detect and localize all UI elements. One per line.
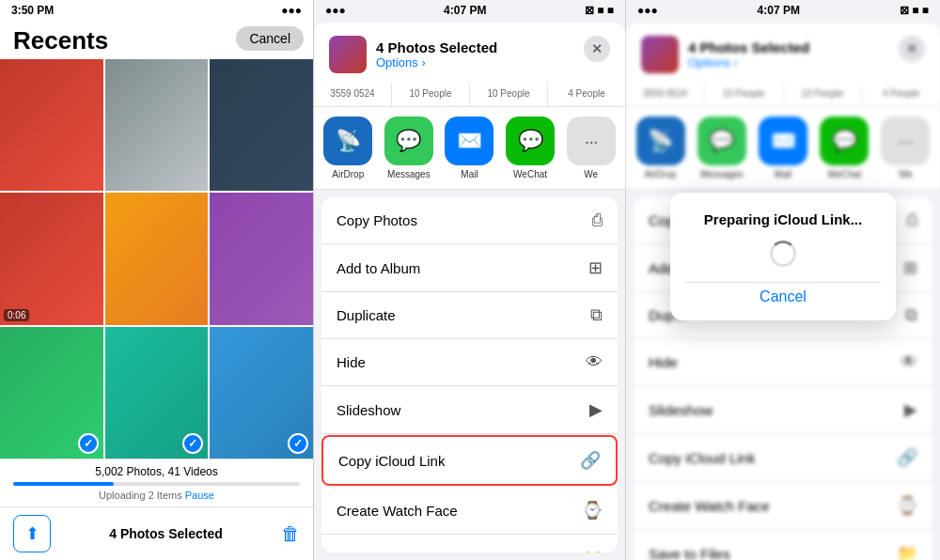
- sheet-options-link[interactable]: Options ›: [376, 55, 497, 70]
- status-time-1: 3:50 PM: [11, 4, 54, 17]
- photo-cell-4[interactable]: 0:06: [0, 193, 103, 324]
- copy-photos-action[interactable]: Copy Photos ⎙: [321, 197, 618, 244]
- contact-3-1: 3559 0524: [626, 83, 705, 106]
- slideshow-action-3: Slideshow ▶: [634, 386, 932, 434]
- add-to-album-label: Add to Album: [337, 260, 420, 276]
- share-icon: ⬆: [25, 523, 39, 544]
- cancel-button[interactable]: Cancel: [236, 26, 304, 51]
- copy-icloud-link-icon: 🔗: [580, 450, 601, 471]
- photo-cell-9[interactable]: [210, 327, 313, 459]
- preparing-icloud-popup: Preparing iCloud Link... Cancel: [670, 193, 896, 320]
- photo-cell-5[interactable]: [105, 193, 209, 324]
- sheet-options-link-3: Options ›: [688, 55, 809, 70]
- airdrop-icon-item[interactable]: 📡 AirDrop: [318, 117, 379, 179]
- create-watch-face-action[interactable]: Create Watch Face ⌚: [321, 487, 618, 535]
- more-icon-item-3: ··· We: [875, 117, 936, 179]
- slideshow-label: Slideshow: [337, 402, 400, 418]
- duplicate-action[interactable]: Duplicate ⧉: [321, 292, 618, 339]
- save-to-files-label-3: Save to Files: [649, 546, 730, 561]
- messages-icon: 💬: [384, 117, 433, 165]
- app-icons-row: 📡 AirDrop 💬 Messages ✉️ Mail 💬 WeChat ··…: [314, 107, 625, 190]
- copy-icloud-link-label: Copy iCloud Link: [338, 453, 445, 469]
- photo-cell-1[interactable]: [0, 59, 103, 191]
- messages-icon-item-3: 💬 Messages: [691, 117, 752, 179]
- photos-footer: 5,002 Photos, 41 Videos Uploading 2 Item…: [0, 459, 313, 506]
- create-watch-face-action-3: Create Watch Face ⌚: [634, 482, 932, 530]
- copy-icloud-link-action[interactable]: Copy iCloud Link 🔗: [321, 435, 618, 486]
- battery-icons-3: ⊠ ■ ■: [900, 4, 929, 17]
- popup-overlay: Preparing iCloud Link... Cancel: [626, 0, 940, 560]
- copy-icloud-link-label-3: Copy iCloud Link: [649, 450, 755, 466]
- contact-1[interactable]: 3559 0524: [314, 83, 392, 106]
- airdrop-label: AirDrop: [332, 169, 364, 179]
- copy-icloud-link-action-3: Copy iCloud Link 🔗: [634, 434, 932, 482]
- create-watch-face-label: Create Watch Face: [337, 503, 458, 519]
- upload-info: 5,002 Photos, 41 Videos: [13, 465, 300, 478]
- sheet-title-group-3: 4 Photos Selected Options ›: [641, 36, 809, 73]
- slideshow-action[interactable]: Slideshow ▶: [321, 386, 618, 434]
- slideshow-icon: ▶: [589, 399, 603, 420]
- wechat-label: WeChat: [513, 169, 547, 179]
- share-sheet-header: 4 Photos Selected Options › ✕: [314, 23, 625, 83]
- photo-cell-2[interactable]: [105, 59, 209, 191]
- pause-link[interactable]: Pause: [185, 490, 214, 501]
- contact-3-3: 10 People: [784, 83, 863, 106]
- messages-label: Messages: [387, 169, 431, 179]
- close-button-3: ✕: [899, 36, 925, 62]
- actions-list: Copy Photos ⎙ Add to Album ⊞ Duplicate ⧉…: [321, 197, 618, 552]
- mail-icon-3: ✉️: [759, 117, 807, 165]
- more-icon-item[interactable]: ··· We: [560, 117, 621, 179]
- photo-cell-6[interactable]: [210, 193, 313, 324]
- contact-2[interactable]: 10 People: [392, 83, 470, 106]
- contact-4[interactable]: 4 People: [548, 83, 625, 106]
- selected-count-label: 4 Photos Selected: [109, 526, 223, 541]
- upload-status: Uploading 2 Items Pause: [13, 490, 300, 501]
- airdrop-icon: 📡: [323, 117, 372, 165]
- share-sheet-panel: ●●● 4:07 PM ⊠ ■ ■ 4 Photos Selected Opti…: [313, 0, 626, 560]
- loading-spinner: [770, 241, 796, 267]
- save-to-files-action[interactable]: Save to Files 📁: [321, 535, 618, 552]
- airdrop-icon-item-3: 📡 AirDrop: [630, 117, 691, 179]
- contact-3[interactable]: 10 People: [470, 83, 548, 106]
- selection-check-2: [182, 433, 203, 454]
- more-icon: ···: [567, 117, 616, 165]
- delete-button[interactable]: 🗑: [281, 523, 300, 545]
- messages-icon-item[interactable]: 💬 Messages: [379, 117, 440, 179]
- add-to-album-action[interactable]: Add to Album ⊞: [321, 244, 618, 292]
- hide-action-3: Hide 👁: [634, 339, 932, 386]
- sheet-title-group: 4 Photos Selected Options ›: [329, 36, 497, 73]
- slideshow-label-3: Slideshow: [649, 402, 713, 418]
- more-icon-3: ···: [881, 117, 930, 165]
- video-duration: 0:06: [4, 309, 29, 321]
- wechat-icon-item[interactable]: 💬 WeChat: [500, 117, 561, 179]
- copy-photos-icon: ⎙: [592, 210, 603, 230]
- photo-cell-8[interactable]: [105, 327, 209, 459]
- share-sheet-header-3: 4 Photos Selected Options › ✕: [626, 23, 940, 83]
- wechat-icon-item-3: 💬 WeChat: [814, 117, 875, 179]
- hide-action[interactable]: Hide 👁: [321, 339, 618, 386]
- status-bar-2: ●●● 4:07 PM ⊠ ■ ■: [314, 0, 625, 21]
- mail-icon: ✉️: [445, 117, 494, 165]
- airdrop-icon-3: 📡: [636, 117, 685, 165]
- bottom-bar: ⬆ 4 Photos Selected 🗑: [0, 506, 313, 560]
- photo-cell-3[interactable]: [210, 59, 313, 191]
- close-button[interactable]: ✕: [584, 36, 610, 62]
- duplicate-label: Duplicate: [337, 307, 396, 323]
- sheet-title: 4 Photos Selected: [376, 39, 497, 55]
- sheet-avatar-3: [641, 36, 679, 73]
- wechat-icon: 💬: [506, 117, 555, 165]
- mail-label: Mail: [461, 169, 478, 179]
- popup-cancel-button[interactable]: Cancel: [685, 282, 881, 311]
- save-to-files-icon: 📁: [582, 548, 603, 552]
- status-bar-3: ●●● 4:07 PM ⊠ ■ ■: [626, 0, 940, 21]
- duplicate-icon: ⧉: [590, 305, 603, 325]
- app-icons-row-3: 📡 AirDrop 💬 Messages ✉️ Mail 💬 WeChat ··…: [626, 107, 940, 190]
- status-icons-1: ●●●: [281, 4, 302, 17]
- mail-icon-item[interactable]: ✉️ Mail: [439, 117, 500, 179]
- share-button[interactable]: ⬆: [13, 515, 51, 552]
- photo-cell-7[interactable]: [0, 327, 103, 459]
- contact-3-4: 4 People: [862, 83, 940, 106]
- selection-check-1: [78, 433, 99, 454]
- signal-icons: ●●●: [325, 4, 346, 17]
- mail-icon-item-3: ✉️ Mail: [752, 117, 813, 179]
